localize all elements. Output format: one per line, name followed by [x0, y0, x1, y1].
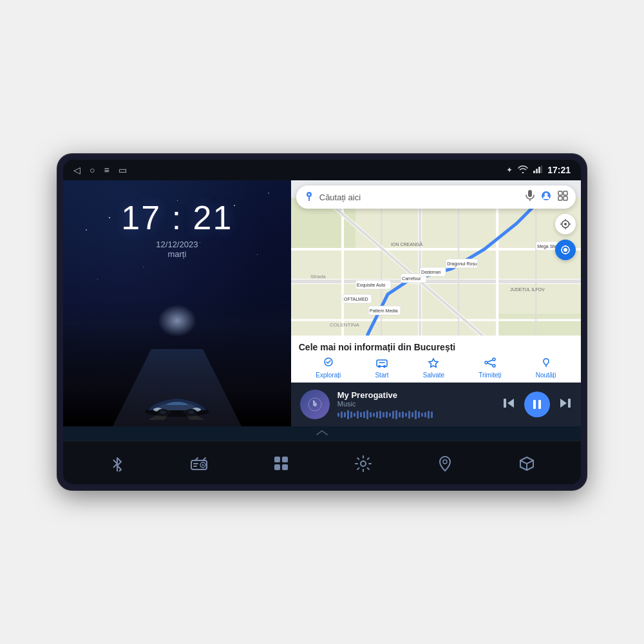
map-nav-bar: Explorați	[299, 357, 573, 379]
music-player: My Prerogative Music	[291, 383, 581, 426]
svg-rect-1	[536, 169, 538, 173]
explorати-icon	[322, 357, 335, 370]
back-icon[interactable]: ◁	[73, 165, 80, 175]
svg-line-77	[488, 360, 493, 362]
svg-text:Pattern Media: Pattern Media	[370, 308, 398, 313]
device-screen: ◁ ○ ≡ ▭ ✦	[63, 160, 581, 484]
nav-item-start[interactable]: Start	[375, 357, 388, 379]
album-art	[300, 390, 330, 419]
bluetooth-status-icon: ✦	[506, 166, 513, 175]
svg-point-64	[564, 248, 567, 252]
svg-rect-71	[377, 360, 387, 366]
main-content: 17 : 21 12/12/2023 marți	[63, 180, 581, 426]
svg-rect-57	[564, 196, 567, 200]
svg-point-11	[160, 410, 166, 414]
screenshot-icon[interactable]: ▭	[118, 165, 127, 175]
nav-item-send[interactable]: Trimiteți	[478, 357, 501, 379]
map-info-title: Cele mai noi informații din București	[299, 342, 573, 352]
svg-rect-85	[538, 400, 541, 409]
svg-point-76	[493, 365, 495, 367]
dock-maps[interactable]	[429, 448, 461, 480]
svg-text:ION CREANGĂ: ION CREANGĂ	[391, 242, 422, 247]
salvate-icon	[427, 357, 440, 370]
wifi-icon	[518, 166, 528, 175]
bottom-dock	[63, 440, 581, 484]
start-label: Start	[375, 372, 388, 379]
svg-rect-87	[568, 399, 571, 408]
menu-icon[interactable]: ≡	[104, 165, 109, 175]
dock-radio[interactable]	[183, 448, 215, 480]
dock-apps[interactable]	[265, 448, 297, 480]
grid-map-icon[interactable]	[558, 191, 568, 204]
left-panel-clock: 17 : 21 12/12/2023 marți	[63, 180, 291, 426]
mic-icon[interactable]	[526, 190, 535, 204]
svg-rect-83	[504, 399, 506, 408]
svg-text:Dedeman: Dedeman	[421, 270, 440, 274]
svg-rect-94	[193, 466, 197, 467]
right-panel: Strada ION CREANGĂ JUDEȚUL ILFOV COLENTI…	[291, 180, 581, 426]
music-next-button[interactable]	[559, 397, 572, 413]
svg-point-12	[188, 410, 194, 414]
music-play-pause-button[interactable]	[524, 392, 550, 417]
svg-rect-55	[564, 191, 567, 195]
noutăți-icon	[540, 357, 553, 370]
account-icon[interactable]	[541, 191, 551, 204]
status-time: 17:21	[547, 165, 571, 175]
music-track-source: Music	[337, 400, 495, 408]
dock-bluetooth[interactable]	[101, 448, 133, 480]
svg-text:Strada: Strada	[310, 274, 326, 279]
map-search-bar[interactable]: Căutați aici	[296, 185, 576, 209]
trimiteți-label: Trimiteți	[478, 372, 501, 379]
svg-text:Exquisite Auto: Exquisite Auto	[357, 283, 385, 288]
clock-day: marți	[167, 249, 186, 259]
svg-marker-82	[507, 399, 514, 408]
clock-display: 17 : 21	[121, 198, 232, 237]
salvate-label: Salvate	[423, 372, 444, 379]
svg-rect-93	[193, 463, 198, 464]
status-bar: ◁ ○ ≡ ▭ ✦	[63, 160, 581, 180]
svg-line-78	[488, 363, 493, 365]
svg-point-59	[564, 223, 567, 225]
home-icon[interactable]: ○	[90, 165, 95, 175]
map-search-text: Căutați aici	[319, 193, 520, 202]
dock-box[interactable]	[511, 448, 543, 480]
svg-point-49	[308, 194, 310, 196]
svg-rect-3	[541, 166, 542, 173]
music-prev-button[interactable]	[502, 397, 515, 413]
svg-rect-84	[533, 400, 536, 409]
svg-text:Dragonul Roșu: Dragonul Roșu	[447, 261, 477, 267]
noutăți-label: Noutăți	[536, 372, 556, 379]
trimiteți-icon	[484, 357, 497, 370]
map-container[interactable]: Strada ION CREANGĂ JUDEȚUL ILFOV COLENTI…	[291, 180, 581, 383]
start-icon	[375, 357, 388, 370]
svg-rect-0	[533, 171, 535, 173]
svg-point-72	[378, 365, 381, 368]
car-head-unit: ◁ ○ ≡ ▭ ✦	[58, 155, 586, 489]
music-track-title: My Prerogative	[337, 390, 495, 400]
clock-date: 12/12/2023	[156, 240, 198, 249]
tunnel-light	[158, 305, 196, 337]
google-maps-pin-icon	[304, 191, 314, 204]
dock-settings[interactable]	[347, 448, 379, 480]
nav-item-explorати[interactable]: Explorați	[316, 357, 341, 379]
svg-point-92	[202, 464, 204, 466]
svg-point-81	[313, 402, 317, 406]
map-layers-button[interactable]	[555, 214, 576, 234]
signal-icon	[533, 166, 542, 175]
svg-marker-86	[560, 399, 567, 408]
svg-text:JUDEȚUL ILFOV: JUDEȚUL ILFOV	[510, 287, 545, 292]
svg-text:COLENTINA: COLENTINA	[330, 322, 359, 328]
svg-point-95	[361, 461, 366, 466]
map-location-button[interactable]	[555, 240, 576, 260]
svg-text:OFTALMED: OFTALMED	[344, 297, 368, 301]
music-info: My Prerogative Music	[337, 390, 495, 419]
svg-text:Carrefour: Carrefour	[402, 276, 421, 281]
svg-point-73	[383, 365, 386, 368]
music-waveform	[337, 410, 495, 419]
map-search-action-icons	[526, 190, 568, 204]
svg-rect-90	[191, 460, 207, 469]
svg-point-75	[493, 358, 495, 361]
nav-item-saved[interactable]: Salvate	[423, 357, 444, 379]
nav-icons: ◁ ○ ≡ ▭	[73, 165, 127, 175]
nav-item-news[interactable]: Noutăți	[536, 357, 556, 379]
